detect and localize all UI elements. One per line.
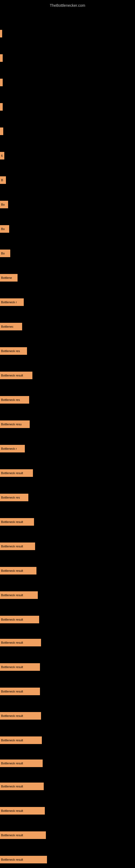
bar-item: Bo bbox=[0, 250, 10, 257]
bar-item bbox=[0, 54, 3, 62]
bar-row: Bottleneck res bbox=[0, 347, 27, 355]
bar-item: Bottleneck result bbox=[0, 688, 40, 695]
bar-row: Bottleneck result bbox=[0, 591, 38, 599]
bar-item: Bottleneck result bbox=[0, 831, 46, 839]
bar-row: Bottleneck result bbox=[0, 760, 43, 767]
bar-row: Bottleneck result bbox=[0, 807, 45, 814]
bar-row bbox=[0, 103, 3, 111]
bar-row: Bottleneck result bbox=[0, 856, 47, 863]
bar-item bbox=[0, 127, 3, 135]
bar-row: Bottleneck r bbox=[0, 299, 24, 306]
bar-row: Bottleneck result bbox=[0, 712, 41, 720]
bar-item: Bottleneck result bbox=[0, 591, 38, 599]
bar-row: Bo bbox=[0, 201, 8, 208]
bar-row: Bottleneck resu bbox=[0, 421, 30, 428]
bar-item bbox=[0, 103, 3, 111]
bar-item: Bottleneck resu bbox=[0, 421, 30, 428]
bar-item: Bottleneck res bbox=[0, 347, 27, 355]
bar-row: Bottleneck result bbox=[0, 372, 32, 379]
bar-item: B bbox=[0, 176, 6, 184]
bar-item: Bottleneck result bbox=[0, 782, 44, 790]
bar-row bbox=[0, 54, 3, 62]
bar-item: Bottleneck result bbox=[0, 760, 43, 767]
bar-item: Bottleneck result bbox=[0, 807, 45, 814]
bar-row: Bottleneck result bbox=[0, 737, 42, 744]
bar-item: Bottleneck r bbox=[0, 299, 24, 306]
bar-row: Bottleneck result bbox=[0, 518, 34, 526]
bar-row bbox=[0, 30, 2, 37]
bar-item: Bottlene bbox=[0, 274, 17, 282]
bar-row: Bottlenec bbox=[0, 323, 22, 330]
bar-item: Bottleneck result bbox=[0, 542, 35, 550]
bar-item: Bo bbox=[0, 201, 8, 208]
bar-row: 6 bbox=[0, 152, 4, 159]
bar-row bbox=[0, 127, 3, 135]
bar-item: Bottleneck result bbox=[0, 567, 37, 575]
bar-row: Bottleneck result bbox=[0, 542, 35, 550]
bar-row: Bottleneck result bbox=[0, 831, 46, 839]
bar-row: Bottleneck result bbox=[0, 639, 41, 646]
bar-row: Bottleneck result bbox=[0, 782, 44, 790]
bar-item: Bottleneck result bbox=[0, 737, 42, 744]
bar-row: Bottleneck result bbox=[0, 688, 40, 695]
bar-item: Bottleneck result bbox=[0, 639, 41, 646]
bar-item: Bottleneck result bbox=[0, 372, 32, 379]
bar-item: Bottleneck result bbox=[0, 518, 34, 526]
bar-row: Bottleneck r bbox=[0, 445, 25, 453]
bar-row: Bottleneck res bbox=[0, 494, 28, 501]
bar-item: Bottlenec bbox=[0, 323, 22, 330]
bar-row: Bottleneck result bbox=[0, 663, 40, 671]
bar-item: 6 bbox=[0, 152, 4, 159]
bar-item: Bottleneck result bbox=[0, 663, 40, 671]
bar-item: Bottleneck result bbox=[0, 712, 41, 720]
bar-item: Bo bbox=[0, 225, 9, 233]
bar-item: Bottleneck result bbox=[0, 469, 33, 477]
bar-row bbox=[0, 79, 3, 86]
bar-row: Bottleneck result bbox=[0, 616, 39, 623]
site-title: TheBottlenecker.com bbox=[0, 1, 135, 10]
bar-row: Bottleneck res bbox=[0, 396, 29, 404]
bar-item: Bottleneck r bbox=[0, 445, 25, 453]
bar-row: B bbox=[0, 176, 6, 184]
bar-row: Bo bbox=[0, 250, 10, 257]
bar-row: Bottlene bbox=[0, 274, 17, 282]
bar-item: Bottleneck res bbox=[0, 494, 28, 501]
bar-item: Bottleneck result bbox=[0, 616, 39, 623]
bar-row: Bo bbox=[0, 225, 9, 233]
bar-item bbox=[0, 79, 3, 86]
bar-item bbox=[0, 30, 2, 37]
bar-item: Bottleneck res bbox=[0, 396, 29, 404]
bar-row: Bottleneck result bbox=[0, 469, 33, 477]
bar-item: Bottleneck result bbox=[0, 856, 47, 863]
bar-row: Bottleneck result bbox=[0, 567, 37, 575]
